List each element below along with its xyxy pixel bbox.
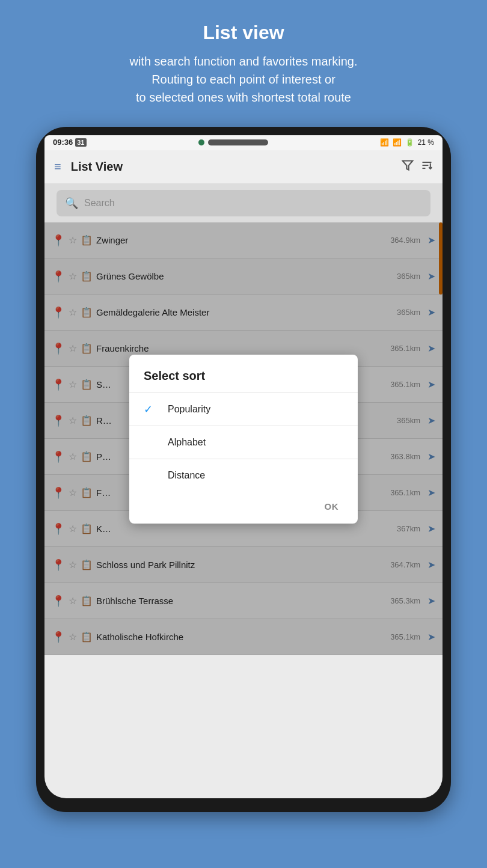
sort-option-alphabet[interactable]: ✓ Alphabet bbox=[129, 426, 358, 459]
menu-button[interactable]: ≡ bbox=[54, 160, 61, 174]
page-header: List view with search function and favor… bbox=[0, 0, 487, 121]
wifi-icon: 📶 bbox=[380, 138, 389, 147]
signal-icon: 📶 bbox=[393, 138, 402, 147]
sort-option-distance[interactable]: ✓ Distance bbox=[129, 459, 358, 492]
page-subtitle: with search function and favorites marki… bbox=[24, 52, 463, 106]
dialog-overlay: Select sort ✓ Popularity ✓ Alphabet bbox=[44, 222, 443, 655]
notch-pill bbox=[208, 139, 268, 145]
check-icon: ✓ bbox=[144, 469, 158, 482]
phone-body: 09:36 31 📶 📶 🔋 21 % bbox=[36, 127, 451, 812]
page-title: List view bbox=[24, 22, 463, 44]
option-label: Distance bbox=[168, 470, 205, 481]
select-sort-dialog: Select sort ✓ Popularity ✓ Alphabet bbox=[129, 355, 358, 524]
dialog-title: Select sort bbox=[129, 369, 358, 393]
ok-button[interactable]: OK bbox=[315, 497, 349, 516]
hamburger-icon: ≡ bbox=[54, 160, 61, 173]
search-container: 🔍 Search bbox=[44, 184, 443, 222]
app-title: List View bbox=[71, 160, 402, 174]
battery-level: 21 % bbox=[418, 138, 434, 147]
check-icon: ✓ bbox=[144, 403, 158, 416]
status-time: 09:36 31 bbox=[53, 138, 87, 147]
search-input[interactable]: Search bbox=[84, 198, 115, 209]
filter-button[interactable] bbox=[402, 159, 414, 174]
status-bar: 09:36 31 📶 📶 🔋 21 % bbox=[44, 135, 443, 150]
app-bar: ≡ List View bbox=[44, 150, 443, 184]
notch-area bbox=[198, 139, 268, 145]
dialog-actions: OK bbox=[129, 492, 358, 524]
list-view: 📍 ☆ 📋 Zwinger 364.9km ➤ 📍 ☆ 📋 Grünes Gew… bbox=[44, 222, 443, 655]
app-bar-actions bbox=[402, 159, 433, 174]
phone-frame: 09:36 31 📶 📶 🔋 21 % bbox=[0, 127, 487, 812]
camera-dot bbox=[198, 139, 204, 145]
sort-button[interactable] bbox=[421, 159, 433, 174]
check-icon: ✓ bbox=[144, 436, 158, 449]
svg-marker-0 bbox=[403, 161, 413, 170]
phone-screen: ≡ List View bbox=[44, 150, 443, 798]
option-label: Popularity bbox=[168, 404, 210, 415]
page-background: List view with search function and favor… bbox=[0, 0, 487, 812]
option-label: Alphabet bbox=[168, 437, 206, 448]
search-icon: 🔍 bbox=[65, 197, 78, 210]
battery-icon: 🔋 bbox=[405, 138, 414, 147]
search-bar[interactable]: 🔍 Search bbox=[57, 190, 430, 216]
status-right: 📶 📶 🔋 21 % bbox=[380, 138, 434, 147]
sort-option-popularity[interactable]: ✓ Popularity bbox=[129, 393, 358, 426]
